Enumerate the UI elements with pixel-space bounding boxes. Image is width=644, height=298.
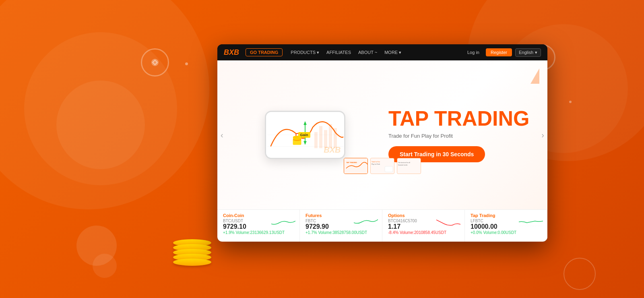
chevron-down-icon: ▾	[317, 50, 319, 55]
svg-rect-20	[385, 166, 393, 172]
svg-text:The best tool for all: The best tool for all	[398, 162, 410, 163]
mini-chart	[271, 214, 295, 228]
bg-circle-3	[56, 81, 145, 169]
logo: BXB	[224, 48, 239, 57]
slide-thumb-2[interactable]: Trade for Fun Play for Profit	[370, 158, 394, 174]
language-selector[interactable]: English ▾	[515, 48, 541, 57]
nav-products[interactable]: PRODUCTS ▾	[287, 48, 322, 57]
ticker-change: +0.0% Volume:0.00USDT	[471, 230, 541, 235]
carousel-prev-button[interactable]: ‹	[221, 130, 223, 140]
circle-bottom-left-2	[93, 254, 117, 278]
svg-text:TAP TRADING: TAP TRADING	[346, 161, 357, 163]
nav-affiliates[interactable]: AFFILIATES	[323, 48, 354, 56]
browser-window: BXB GO TRADING PRODUCTS ▾ AFFILIATES ABO…	[217, 44, 547, 242]
slide-thumb-1[interactable]: TAP TRADING	[344, 158, 368, 174]
go-trading-button[interactable]: GO TRADING	[246, 48, 283, 56]
hero-left: Gain BXB	[233, 111, 376, 159]
tickers-bar: Coin-Coin BTC/USDT 9729.10 +1.9% Volume:…	[217, 209, 547, 242]
svg-rect-13	[329, 124, 332, 148]
svg-rect-15	[344, 158, 368, 174]
hero-subtitle: Trade for Fun Play for Profit	[388, 133, 453, 139]
svg-rect-11	[319, 126, 322, 148]
navbar: BXB GO TRADING PRODUCTS ▾ AFFILIATES ABO…	[217, 44, 547, 60]
hero-section: ‹	[217, 60, 547, 209]
chevron-down-icon-lang: ▾	[535, 50, 537, 55]
svg-rect-12	[324, 130, 327, 148]
phone-screen: Gain BXB	[266, 112, 344, 158]
circle-outline-br	[564, 258, 596, 290]
hero-title: TAP TRADING	[388, 108, 530, 129]
ticker-change: +1.7% Volume:38528758.00USDT	[305, 230, 376, 235]
carousel-next-button[interactable]: ›	[541, 130, 544, 140]
login-button[interactable]: Log in	[464, 48, 483, 56]
mini-chart	[519, 214, 543, 228]
hero-right: TAP TRADING Trade for Fun Play for Profi…	[376, 108, 531, 162]
ticker-item-1[interactable]: Futures FBTC 9729.90 +1.7% Volume:385287…	[300, 210, 382, 242]
nav-about[interactable]: ABOUT ~	[355, 48, 380, 56]
svg-text:financial needs: financial needs	[398, 164, 408, 166]
nav-links: PRODUCTS ▾ AFFILIATES ABOUT ~ MORE ▾	[287, 48, 405, 57]
deco-dot-2	[569, 101, 572, 103]
mini-chart	[436, 214, 460, 228]
svg-rect-10	[314, 132, 318, 148]
coins-decoration	[173, 242, 211, 266]
ticker-item-3[interactable]: Tap Trading LFBTC 10000.00 +0.0% Volume:…	[465, 210, 547, 242]
deco-triangle	[530, 68, 539, 84]
ticker-change: +1.9% Volume:23136629.13USDT	[223, 230, 294, 235]
slide-thumb-3[interactable]: The best tool for all financial needs	[397, 158, 421, 174]
svg-rect-21	[397, 158, 421, 174]
ticker-item-0[interactable]: Coin-Coin BTC/USDT 9729.10 +1.9% Volume:…	[217, 210, 300, 242]
deco-ring-left	[141, 48, 169, 77]
deco-dot-1	[185, 62, 188, 65]
svg-text:Trade for Fun: Trade for Fun	[372, 161, 380, 163]
register-button[interactable]: Register	[486, 48, 512, 56]
mini-chart	[354, 214, 378, 228]
ticker-change: -8.4% Volume:2010858.45USDT	[388, 230, 459, 235]
svg-rect-14	[334, 128, 337, 148]
ticker-item-2[interactable]: Options BTC0416C5700 1.17 -8.4% Volume:2…	[382, 210, 465, 242]
bg-bars	[266, 112, 345, 159]
nav-more[interactable]: MORE ▾	[381, 48, 405, 57]
chevron-down-icon-more: ▾	[399, 50, 401, 55]
svg-text:Play for Profit: Play for Profit	[372, 163, 380, 165]
slide-indicators: TAP TRADING Trade for Fun Play for Profi…	[344, 158, 421, 174]
phone-mockup: Gain BXB	[265, 111, 345, 159]
